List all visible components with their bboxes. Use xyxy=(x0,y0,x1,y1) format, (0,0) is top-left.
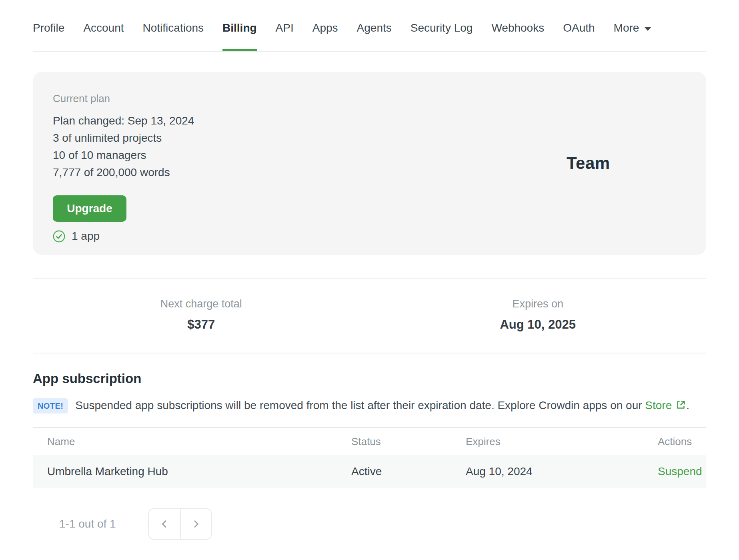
tab-agents[interactable]: Agents xyxy=(357,22,392,51)
chevron-right-icon xyxy=(192,520,200,528)
note-text-suffix: . xyxy=(686,399,689,411)
chevron-down-icon xyxy=(644,27,651,31)
suspend-link[interactable]: Suspend xyxy=(658,465,702,478)
expires-on-label: Expires on xyxy=(370,298,707,310)
pagination-label: 1-1 out of 1 xyxy=(59,518,116,530)
pagination-buttons xyxy=(148,508,212,540)
column-header-name: Name xyxy=(47,436,351,448)
tab-webhooks[interactable]: Webhooks xyxy=(491,22,544,51)
column-header-expires: Expires xyxy=(466,436,658,448)
store-link[interactable]: Store xyxy=(645,399,672,411)
tab-more[interactable]: More xyxy=(614,22,652,51)
app-subscription-title: App subscription xyxy=(33,371,706,386)
expires-on-value: Aug 10, 2025 xyxy=(370,317,707,332)
chevron-left-icon xyxy=(160,520,169,528)
tab-security-log[interactable]: Security Log xyxy=(411,22,473,51)
tab-notifications[interactable]: Notifications xyxy=(143,22,204,51)
table-header-row: Name Status Expires Actions xyxy=(33,427,706,455)
subscriptions-table: Name Status Expires Actions Umbrella Mar… xyxy=(33,427,706,488)
tab-oauth[interactable]: OAuth xyxy=(563,22,595,51)
plan-changed-text: Plan changed: Sep 13, 2024 xyxy=(53,112,686,129)
tab-profile[interactable]: Profile xyxy=(33,22,64,51)
app-subscription-section: App subscription NOTE! Suspended app sub… xyxy=(33,371,706,540)
next-page-button[interactable] xyxy=(180,509,211,539)
subscription-expires: Aug 10, 2024 xyxy=(466,465,658,478)
column-header-status: Status xyxy=(351,436,466,448)
column-header-actions: Actions xyxy=(658,436,692,448)
tab-account[interactable]: Account xyxy=(83,22,124,51)
apps-count-row: 1 app xyxy=(53,230,686,243)
check-circle-icon xyxy=(53,230,65,243)
note-badge: NOTE! xyxy=(33,398,68,413)
current-plan-label: Current plan xyxy=(53,92,686,105)
tab-apps[interactable]: Apps xyxy=(312,22,338,51)
next-charge-block: Next charge total $377 xyxy=(33,298,370,332)
apps-count-label: 1 app xyxy=(72,230,100,243)
table-row: Umbrella Marketing Hub Active Aug 10, 20… xyxy=(33,455,706,488)
note-text: Suspended app subscriptions will be remo… xyxy=(75,399,689,413)
next-charge-value: $377 xyxy=(33,317,370,332)
tabs-bar: Profile Account Notifications Billing AP… xyxy=(33,0,706,52)
note-row: NOTE! Suspended app subscriptions will b… xyxy=(33,398,706,413)
pagination: 1-1 out of 1 xyxy=(33,508,706,540)
settings-tabs-nav: Profile Account Notifications Billing AP… xyxy=(0,0,739,52)
plan-name: Team xyxy=(567,154,610,173)
projects-usage-text: 3 of unlimited projects xyxy=(53,129,686,147)
current-plan-card: Current plan Plan changed: Sep 13, 2024 … xyxy=(33,72,706,255)
note-text-body: Suspended app subscriptions will be remo… xyxy=(75,399,642,411)
section-divider xyxy=(33,353,706,353)
billing-page: Current plan Plan changed: Sep 13, 2024 … xyxy=(33,72,706,540)
external-link-icon[interactable] xyxy=(675,399,686,413)
previous-page-button[interactable] xyxy=(149,509,180,539)
subscription-status: Active xyxy=(351,465,466,478)
tab-api[interactable]: API xyxy=(276,22,294,51)
more-label: More xyxy=(614,22,639,34)
billing-summary: Next charge total $377 Expires on Aug 10… xyxy=(33,279,706,353)
subscription-name: Umbrella Marketing Hub xyxy=(47,465,351,478)
expires-on-block: Expires on Aug 10, 2025 xyxy=(370,298,707,332)
next-charge-label: Next charge total xyxy=(33,298,370,310)
upgrade-button[interactable]: Upgrade xyxy=(53,195,126,222)
tab-billing[interactable]: Billing xyxy=(222,22,257,51)
